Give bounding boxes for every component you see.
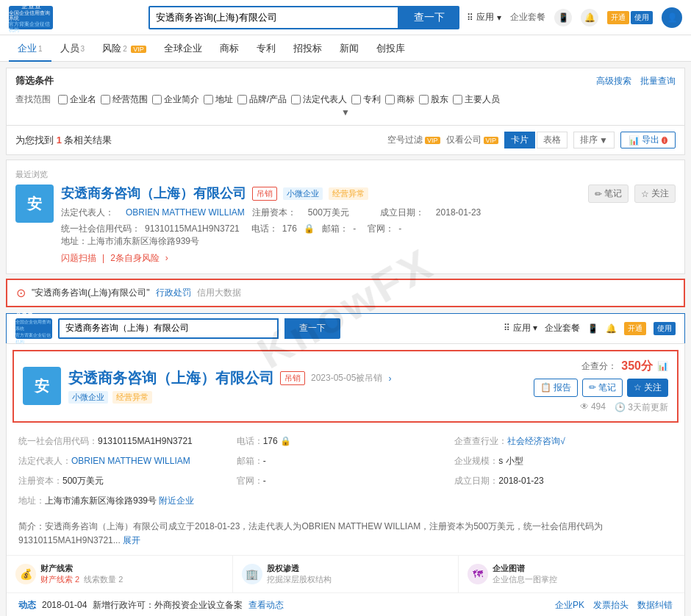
company-name-row: 安透商务咨询（上海）有限公司 吊销 小微企业 经营异常 (61, 185, 581, 202)
enterprise-package[interactable]: 企业套餐 (510, 11, 545, 24)
tab-company[interactable]: 企业1 (9, 35, 51, 62)
filter-patent[interactable]: 专利 (351, 93, 381, 106)
report-btn[interactable]: 📋 报告 (534, 379, 578, 397)
second-logo: 企查查 全国企业信用查询系统 官方背案企业征信机构 (15, 318, 52, 339)
logo-text-main: 企查查 (9, 2, 53, 10)
filter-company-name[interactable]: 企业名 (58, 93, 96, 106)
second-search-input[interactable] (58, 318, 279, 339)
detail-note-btn[interactable]: ✏ 笔记 (582, 379, 623, 397)
export-icon: 📊 (629, 135, 640, 146)
header: 企查查 全国企业信用查询系统 官方背案企业征信机构 查一下 ⠿ 应用 ▾ 企业套… (0, 0, 691, 35)
tab-news[interactable]: 新闻 (331, 35, 368, 62)
info-established: 成立日期：2018-01-23 (454, 471, 673, 491)
filter-shareholder[interactable]: 股东 (419, 93, 448, 106)
filter-brand-product[interactable]: 品牌/产品 (237, 93, 287, 106)
export-btn[interactable]: 📊 导出 i (620, 132, 676, 148)
filter-section: 筛选条件 高级搜索 批量查询 查找范围 企业名 经营范围 企业简介 地址 品牌/… (6, 68, 685, 126)
enterprise-pk-btn[interactable]: 企业PK (555, 599, 584, 612)
info-legal: 法定代表人：OBRIEN MATTHEW WILLIAM (18, 451, 237, 471)
second-vip-btn[interactable]: 企业套餐 (545, 322, 580, 334)
report-icon: 📋 (540, 382, 551, 393)
data-dispute-btn[interactable]: 数据纠错 (637, 599, 673, 612)
second-bell-icon[interactable]: 🔔 (606, 323, 617, 334)
logo-area: 企查查 全国企业信用查询系统 官方背案企业征信机构 (9, 6, 141, 29)
alert-extra: 信用大数据 (197, 287, 241, 299)
card-view-btn[interactable]: 卡片 (504, 132, 535, 148)
avatar[interactable]: 👤 (662, 7, 682, 28)
company-meta: 法定代表人：OBRIEN MATTHEW WILLIAM 注册资本：500万美元… (61, 205, 581, 221)
search-button[interactable]: 查一下 (399, 6, 459, 29)
detail-follow-btn[interactable]: ☆ 关注 (627, 379, 668, 397)
table-view-btn[interactable]: 表格 (537, 132, 568, 148)
filter-business-scope[interactable]: 经营范围 (101, 93, 148, 106)
advanced-search-link[interactable]: 高级搜索 (596, 75, 631, 87)
legal-person-link[interactable]: OBRIEN MATTHEW WILLIAM (126, 207, 245, 218)
tab-trademark[interactable]: 商标 (211, 35, 248, 62)
feature-property-clues[interactable]: 💰 财产线索 财产线索 2 线索数量 2 (7, 556, 233, 592)
company-name[interactable]: 安透商务咨询（上海）有限公司 (61, 185, 246, 202)
tab-risk[interactable]: 风险2 VIP (93, 35, 155, 62)
detail-company-name[interactable]: 安透商务咨询（上海）有限公司 (68, 368, 274, 388)
detail-status-tag: 吊销 (280, 371, 305, 385)
tab-investment[interactable]: 创投库 (368, 35, 414, 62)
filter-legal-rep[interactable]: 法定代表人 (291, 93, 347, 106)
second-header-right: ⠿ 应用 ▾ 企业套餐 📱 🔔 开通 使用 (504, 322, 676, 335)
nearby-companies-link[interactable]: 附近企业 (159, 495, 194, 506)
second-search-button[interactable]: 查一下 (284, 318, 340, 339)
tab-bidding[interactable]: 招投标 (284, 35, 331, 62)
dynamic-label: 动态 (18, 599, 36, 612)
filter-key-person[interactable]: 主要人员 (453, 93, 500, 106)
summary-expand-link[interactable]: 展开 (123, 535, 140, 545)
company-card-top: 安 安透商务咨询（上海）有限公司 吊销 小微企业 经营异常 法定代表人：OBRI… (15, 185, 676, 265)
alert-box: ⊙ "安透商务咨询(上海)有限公司" 行政处罚 信用大数据 (6, 279, 685, 307)
only-company-btn[interactable]: 仅看公司 VIP (446, 134, 499, 146)
detail-cancelled-link[interactable]: › (388, 373, 391, 384)
filter-more-btn[interactable]: ▼ (15, 106, 676, 119)
bell-icon[interactable]: 🔔 (581, 9, 598, 26)
detail-tags-row: 小微企业 经营异常 (68, 391, 391, 404)
detail-tag-small: 小微企业 (68, 391, 108, 404)
batch-query-link[interactable]: 批量查询 (640, 75, 676, 87)
dynamic-section: 动态 2018-01-04 新增行政许可：外商投资企业设立备案 查看动态 企业P… (7, 592, 684, 616)
results-count: 为您找到 1 条相关结果 (15, 134, 112, 147)
note-btn[interactable]: ✏ 笔记 (588, 185, 629, 203)
filter-company-intro[interactable]: 企业简介 (152, 93, 199, 106)
score-row: 企查分： 350分 📊 (581, 359, 668, 374)
header-right: ⠿ 应用 ▾ 企业套餐 📱 🔔 开通 使用 👤 (467, 7, 682, 28)
second-phone-icon[interactable]: 📱 (587, 323, 598, 334)
second-use-btn[interactable]: 使用 (654, 322, 676, 335)
invoice-btn[interactable]: 发票抬头 (593, 599, 629, 612)
legal-person-label: 法定代表人： (61, 207, 114, 218)
second-app-btn[interactable]: ⠿ 应用 ▾ (504, 322, 537, 334)
filter-trademark[interactable]: 商标 (385, 93, 415, 106)
alert-type[interactable]: 行政处罚 (156, 287, 191, 299)
second-open-btn[interactable]: 开通 (624, 322, 646, 335)
tab-global[interactable]: 全球企业 (155, 35, 211, 62)
search-input[interactable] (148, 6, 399, 29)
company-card: 最近浏览 安 安透商务咨询（上海）有限公司 吊销 小微企业 经营异常 法定代表人… (6, 160, 685, 274)
tab-patent[interactable]: 专利 (248, 35, 284, 62)
open-vip-btn[interactable]: 开通 使用 (607, 11, 653, 24)
empty-filter-btn[interactable]: 空号过滤 VIP (387, 134, 440, 146)
app-button[interactable]: ⠿ 应用 ▾ (467, 11, 501, 24)
feature-enterprise-map[interactable]: 🗺 企业图谱 企业信息一图掌控 (459, 556, 684, 592)
filter-header: 筛选条件 高级搜索 批量查询 (15, 74, 676, 87)
footer-actions: 企业PK 发票抬头 数据纠错 (555, 599, 673, 612)
feature-equity-penetration[interactable]: 🏢 股权渗透 挖掘深层股权结构 (233, 556, 459, 592)
empty-filter-vip: VIP (425, 137, 440, 144)
risk-scan-label[interactable]: 闪题扫描 (61, 252, 96, 265)
open-label: 开通 (607, 11, 629, 24)
risk-count[interactable]: 2条自身风险 (110, 252, 160, 265)
tab-person[interactable]: 人员3 (51, 35, 94, 62)
info-address: 地址：上海市浦东新区海徐路939号 附近企业 (18, 491, 454, 511)
logo-tagline: 官方背案企业征信机构 (9, 21, 53, 32)
phone-icon[interactable]: 📱 (554, 9, 572, 26)
company-logo: 安 (15, 185, 54, 223)
follow-btn[interactable]: ☆ 关注 (634, 185, 676, 203)
filter-address[interactable]: 地址 (204, 93, 233, 106)
detail-summary: 简介：安透商务咨询（上海）有限公司成立于2018-01-23，法走代表人为OBR… (7, 517, 684, 555)
detail-company-info: 安透商务咨询（上海）有限公司 吊销 2023-05-05被吊销 › 小微企业 经… (68, 368, 391, 404)
dynamic-link[interactable]: 查看动态 (248, 599, 284, 612)
detail-right-panel: 企查分： 350分 📊 📋 报告 ✏ 笔记 ☆ 关注 👁 49 (534, 359, 668, 414)
sort-btn[interactable]: 排序 ▼ (573, 132, 615, 148)
